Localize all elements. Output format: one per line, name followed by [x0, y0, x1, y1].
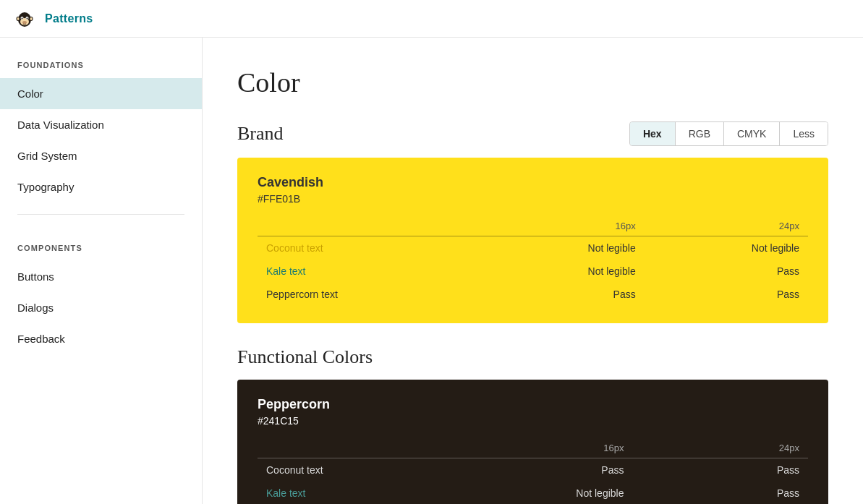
- val-coconut-24: Pass: [632, 458, 808, 482]
- foundations-section-label: FOUNDATIONS: [0, 61, 202, 78]
- mailchimp-logo-icon: [12, 6, 38, 32]
- components-section-label: COMPONENTS: [0, 226, 202, 261]
- cavendish-color-card: Cavendish #FFE01B 16px 24px Coconut text…: [237, 158, 828, 323]
- val-kale-24: Pass: [645, 260, 808, 283]
- sidebar-divider: [17, 214, 184, 215]
- col-16px: 16px: [480, 216, 644, 236]
- val-kale-16: Not legible: [480, 260, 644, 283]
- sidebar-item-data-visualization[interactable]: Data Visualization: [0, 109, 202, 140]
- table-row: Kale text Not legible Pass: [258, 260, 808, 283]
- sidebar: FOUNDATIONS Color Data Visualization Gri…: [0, 38, 203, 504]
- col-text-label: [258, 438, 457, 458]
- text-label-peppercorn: Peppercorn text: [258, 283, 480, 306]
- sidebar-item-grid-system[interactable]: Grid System: [0, 140, 202, 171]
- col-24px: 24px: [645, 216, 808, 236]
- val-coconut-16: Not legible: [480, 236, 644, 260]
- sidebar-item-color[interactable]: Color: [0, 78, 202, 109]
- format-tab-cmyk[interactable]: CMYK: [724, 122, 780, 145]
- svg-point-10: [17, 17, 20, 20]
- text-label-coconut: Coconut text: [258, 458, 457, 482]
- logo-wrap: Patterns: [12, 6, 93, 32]
- sidebar-item-typography[interactable]: Typography: [0, 171, 202, 202]
- text-label-kale: Kale text: [258, 260, 480, 283]
- format-tab-less[interactable]: Less: [780, 122, 828, 145]
- col-24px: 24px: [632, 438, 808, 458]
- cavendish-color-hex: #FFE01B: [258, 193, 808, 205]
- topnav: Patterns: [0, 0, 863, 38]
- page-title: Color: [237, 67, 828, 98]
- val-kale-16: Not legible: [457, 482, 633, 504]
- cavendish-color-table: 16px 24px Coconut text Not legible Not l…: [258, 216, 808, 306]
- format-tabs: Hex RGB CMYK Less: [629, 121, 828, 146]
- main-content: Color Brand Hex RGB CMYK Less Cavendish …: [203, 38, 863, 504]
- table-row: Peppercorn text Pass Pass: [258, 283, 808, 306]
- svg-point-11: [30, 17, 33, 20]
- peppercorn-color-table: 16px 24px Coconut text Pass Pass Kale te…: [258, 438, 808, 504]
- table-header-row: 16px 24px: [258, 216, 808, 236]
- peppercorn-color-card: Peppercorn #241C15 16px 24px Coconut tex…: [237, 380, 828, 504]
- svg-point-5: [22, 17, 23, 19]
- format-tab-hex[interactable]: Hex: [630, 122, 676, 145]
- text-label-coconut: Coconut text: [258, 236, 480, 260]
- val-peppercorn-16: Pass: [480, 283, 644, 306]
- svg-point-7: [22, 21, 27, 24]
- cavendish-color-name: Cavendish: [258, 175, 808, 190]
- val-coconut-16: Pass: [457, 458, 633, 482]
- col-text-label: [258, 216, 480, 236]
- val-peppercorn-24: Pass: [645, 283, 808, 306]
- table-row: Kale text Not legible Pass: [258, 482, 808, 504]
- text-label-kale: Kale text: [258, 482, 457, 504]
- functional-section-title: Functional Colors: [237, 346, 828, 368]
- sidebar-item-feedback[interactable]: Feedback: [0, 323, 202, 354]
- svg-point-6: [27, 17, 28, 19]
- layout: FOUNDATIONS Color Data Visualization Gri…: [0, 38, 863, 504]
- sidebar-item-dialogs[interactable]: Dialogs: [0, 292, 202, 323]
- brand-section-title: Brand: [237, 123, 284, 145]
- brand-section-header: Brand Hex RGB CMYK Less: [237, 121, 828, 146]
- peppercorn-color-hex: #241C15: [258, 415, 808, 427]
- col-16px: 16px: [457, 438, 633, 458]
- format-tab-rgb[interactable]: RGB: [676, 122, 724, 145]
- peppercorn-color-name: Peppercorn: [258, 397, 808, 412]
- val-kale-24: Pass: [632, 482, 808, 504]
- table-header-row: 16px 24px: [258, 438, 808, 458]
- sidebar-item-buttons[interactable]: Buttons: [0, 261, 202, 292]
- val-coconut-24: Not legible: [645, 236, 808, 260]
- table-row: Coconut text Pass Pass: [258, 458, 808, 482]
- nav-brand-title: Patterns: [45, 12, 93, 25]
- table-row: Coconut text Not legible Not legible: [258, 236, 808, 260]
